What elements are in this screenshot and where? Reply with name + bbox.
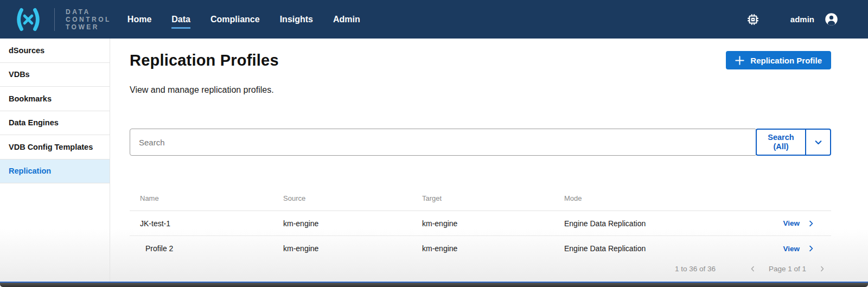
column-header-name: Name bbox=[130, 194, 273, 202]
chevron-down-icon bbox=[814, 138, 823, 147]
add-button-label: Replication Profile bbox=[750, 56, 822, 65]
primary-nav: Home Data Compliance Insights Admin bbox=[127, 10, 360, 29]
cell-target: km-engine bbox=[412, 244, 554, 253]
cell-mode: Engine Data Replication bbox=[554, 244, 766, 253]
nav-item-insights[interactable]: Insights bbox=[280, 10, 313, 29]
sidebar: dSources VDBs Bookmarks Data Engines VDB… bbox=[0, 39, 110, 282]
sidebar-item-label: dSources bbox=[9, 46, 44, 55]
nav-item-admin[interactable]: Admin bbox=[333, 10, 360, 29]
view-link-label: View bbox=[783, 219, 800, 227]
search-button-label-line2: (All) bbox=[773, 142, 788, 151]
main-content: Replication Profiles Replication Profile… bbox=[110, 39, 868, 282]
nav-item-data[interactable]: Data bbox=[171, 10, 190, 29]
chevron-right-icon bbox=[807, 245, 815, 252]
search-input[interactable] bbox=[130, 129, 757, 156]
user-avatar-icon[interactable] bbox=[824, 12, 839, 27]
search-button[interactable]: Search (All) bbox=[757, 130, 805, 155]
cell-name: JK-test-1 bbox=[130, 219, 273, 228]
sidebar-item-label: Data Engines bbox=[9, 118, 59, 127]
nav-item-compliance[interactable]: Compliance bbox=[210, 10, 260, 29]
search-split-button: Search (All) bbox=[756, 129, 831, 156]
app-title: DATA CONTROL TOWER bbox=[66, 8, 111, 31]
delphix-logo-icon bbox=[13, 7, 43, 32]
cell-name: Profile 2 bbox=[130, 244, 273, 253]
table-row: JK-test-1 km-engine km-engine Engine Dat… bbox=[130, 211, 831, 236]
column-header-mode: Mode bbox=[554, 194, 766, 202]
sidebar-item-bookmarks[interactable]: Bookmarks bbox=[0, 87, 110, 111]
search-bar: Search (All) bbox=[130, 129, 831, 156]
navbar-right: admin bbox=[746, 12, 868, 27]
username-label: admin bbox=[790, 15, 814, 24]
replication-profiles-table: Name Source Target Mode JK-test-1 km-eng… bbox=[130, 186, 831, 261]
sidebar-item-dsources[interactable]: dSources bbox=[0, 39, 110, 63]
table-header-row: Name Source Target Mode bbox=[130, 186, 831, 211]
page-header: Replication Profiles Replication Profile bbox=[130, 50, 831, 70]
window-bottom-edge bbox=[0, 282, 868, 287]
pagination-range: 1 to 36 of 36 bbox=[675, 265, 716, 273]
cell-target: km-engine bbox=[412, 219, 554, 228]
top-navbar: DATA CONTROL TOWER Home Data Compliance … bbox=[0, 0, 868, 39]
plus-icon bbox=[735, 56, 744, 65]
sidebar-item-data-engines[interactable]: Data Engines bbox=[0, 111, 110, 136]
view-link-label: View bbox=[783, 245, 800, 253]
sidebar-item-label: VDBs bbox=[9, 70, 30, 79]
page-title: Replication Profiles bbox=[130, 50, 279, 70]
page-subtitle: View and manage replication profiles. bbox=[130, 85, 831, 95]
memory-chip-icon[interactable] bbox=[746, 12, 760, 27]
search-button-label-line1: Search bbox=[768, 133, 794, 142]
nav-item-home[interactable]: Home bbox=[127, 10, 151, 29]
view-link[interactable]: View bbox=[766, 219, 831, 227]
search-scope-dropdown[interactable] bbox=[805, 130, 830, 155]
sidebar-item-label: Replication bbox=[9, 167, 51, 175]
column-header-source: Source bbox=[273, 194, 412, 202]
sidebar-item-replication[interactable]: Replication bbox=[0, 160, 110, 184]
sidebar-item-label: Bookmarks bbox=[9, 94, 52, 103]
cell-source: km-engine bbox=[273, 219, 412, 228]
chevron-right-icon bbox=[807, 220, 815, 227]
sidebar-item-label: VDB Config Templates bbox=[9, 143, 93, 151]
sidebar-item-vdbs[interactable]: VDBs bbox=[0, 63, 110, 87]
column-header-target: Target bbox=[412, 194, 554, 202]
chevron-right-icon[interactable] bbox=[813, 265, 831, 272]
chevron-left-icon[interactable] bbox=[744, 265, 762, 272]
sidebar-item-vdb-config-templates[interactable]: VDB Config Templates bbox=[0, 135, 110, 160]
page-body: dSources VDBs Bookmarks Data Engines VDB… bbox=[0, 39, 868, 282]
pagination: 1 to 36 of 36 Page 1 of 1 bbox=[130, 265, 831, 273]
view-link[interactable]: View bbox=[766, 245, 831, 253]
cell-mode: Engine Data Replication bbox=[554, 219, 766, 228]
cell-source: km-engine bbox=[273, 244, 412, 253]
pagination-page: Page 1 of 1 bbox=[769, 265, 806, 273]
add-replication-profile-button[interactable]: Replication Profile bbox=[726, 51, 831, 69]
logo-divider bbox=[54, 8, 55, 31]
table-row: Profile 2 km-engine km-engine Engine Dat… bbox=[130, 236, 831, 261]
